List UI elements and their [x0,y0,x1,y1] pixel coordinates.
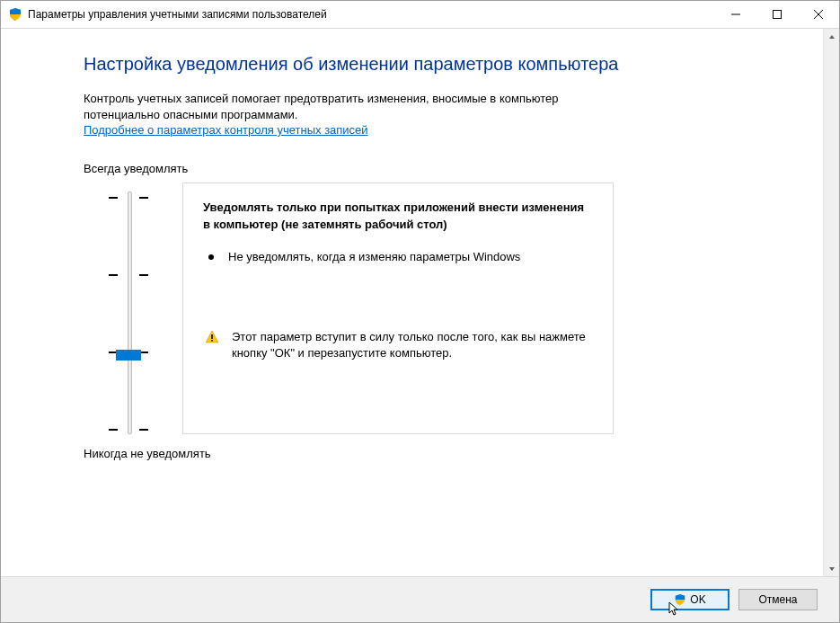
maximize-button[interactable] [756,1,798,28]
bullet-icon [208,254,214,260]
vertical-scrollbar[interactable] [823,29,839,576]
level-bullet-text: Не уведомлять, когда я изменяю параметры… [228,249,520,266]
page-heading: Настройка уведомления об изменении парам… [84,54,787,75]
scroll-down-arrow[interactable] [824,561,839,576]
uac-shield-icon [8,7,22,22]
slider-thumb[interactable] [116,350,141,360]
notification-level-slider[interactable] [102,191,155,434]
scroll-up-arrow[interactable] [824,29,839,44]
slider-label-always: Всегда уведомлять [84,162,787,175]
svg-rect-5 [211,340,213,342]
uac-settings-window: Параметры управления учетными записями п… [0,0,840,623]
level-warning-text: Этот параметр вступит в силу только посл… [232,329,588,363]
dialog-footer: OK Отмена [1,576,839,622]
svg-rect-1 [774,11,782,19]
cancel-button-label: Отмена [758,593,797,606]
close-button[interactable] [798,1,839,28]
ok-button[interactable]: OK [650,589,729,610]
warning-icon [205,330,219,347]
slider-label-never: Никогда не уведомлять [84,447,787,460]
minimize-button[interactable] [715,1,756,28]
learn-more-link[interactable]: Подробнее о параметрах контроля учетных … [84,123,368,137]
ok-button-label: OK [690,593,705,606]
level-description-panel: Уведомлять только при попытках приложени… [182,182,614,434]
intro-text-line1: Контроль учетных записей помогает предот… [84,91,787,107]
uac-shield-icon [674,593,686,606]
titlebar: Параметры управления учетными записями п… [1,1,839,29]
cancel-button[interactable]: Отмена [738,589,818,610]
window-title: Параметры управления учетными записями п… [28,8,715,21]
svg-rect-4 [211,334,213,339]
level-title: Уведомлять только при попытках приложени… [203,200,588,232]
intro-text-line2: потенциально опасными программами. [84,107,787,123]
